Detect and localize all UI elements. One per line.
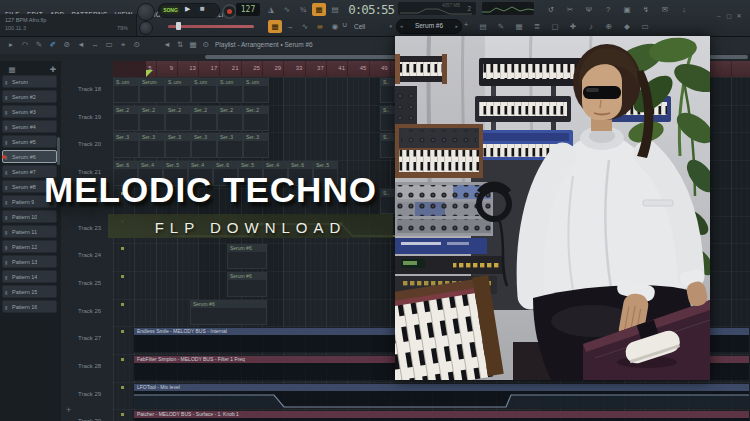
minimize-icon[interactable]: – <box>714 13 724 19</box>
track-name[interactable]: Track 29 <box>78 391 101 397</box>
pattern-clip[interactable]: Ser..2 <box>191 106 217 131</box>
download-icon[interactable]: ↓ <box>677 3 691 16</box>
stop-button[interactable]: ■ <box>200 4 205 13</box>
magnet-tool-icon[interactable]: ◠ <box>18 38 32 51</box>
trash-icon[interactable]: ▭ <box>638 20 652 33</box>
touch-keyboard-icon[interactable]: ♪ <box>584 20 598 33</box>
close-icon[interactable]: ✕ <box>734 12 744 19</box>
pattern-clip[interactable]: S..um <box>217 78 243 103</box>
record-button[interactable] <box>222 4 237 19</box>
pattern-clip[interactable]: S..um <box>243 78 269 103</box>
picker-item-1[interactable]: ▮Serum <box>2 75 57 88</box>
save-icon[interactable]: ▣ <box>620 3 634 16</box>
pattern-clip[interactable]: S..um <box>165 78 191 103</box>
pattern-clip[interactable]: Ser..2 <box>113 106 139 131</box>
piano-roll-icon[interactable]: ✎ <box>494 20 508 33</box>
help-icon[interactable]: ? <box>601 3 615 16</box>
track-name[interactable]: Track 24 <box>78 252 101 258</box>
master-volume-knob[interactable] <box>137 3 155 21</box>
picker-item-15[interactable]: ▮Pattern 15 <box>2 285 57 298</box>
time-display[interactable]: 0:05:55 <box>336 2 394 17</box>
pattern-clip[interactable]: Ser..3 <box>243 133 269 158</box>
mute-tool-icon[interactable]: ◄ <box>74 38 88 51</box>
pattern-clip[interactable]: Ser..2 <box>243 106 269 131</box>
snap-selector[interactable]: ∪ Cell ▾ <box>342 20 394 33</box>
pattern-clip[interactable]: Ser..3 <box>165 133 191 158</box>
pattern-clip[interactable]: Serum <box>139 78 165 103</box>
add-track-button[interactable]: + <box>66 405 71 415</box>
typing-keyboard-icon[interactable]: ▦ <box>268 20 282 33</box>
zoom-icon[interactable]: ⊙ <box>199 38 213 51</box>
track-name[interactable]: Track 27 <box>78 335 101 341</box>
feedback-icon[interactable]: ✉ <box>658 3 672 16</box>
step-arrow-icon[interactable]: → <box>283 20 297 33</box>
pattern-clip[interactable]: Ser..3 <box>217 133 243 158</box>
tempo-tap-icon[interactable]: ⊕ <box>602 20 616 33</box>
notification-bell-icon[interactable]: ◉ <box>328 20 342 33</box>
picker-item-3[interactable]: ▮Serum #3 <box>2 105 57 118</box>
pencil-tool-icon[interactable]: ✎ <box>32 38 46 51</box>
pattern-clip[interactable]: Ser..3 <box>191 133 217 158</box>
slice-tool-icon[interactable]: ⌖ <box>116 38 130 51</box>
picker-scrollbar[interactable] <box>57 137 60 165</box>
maximize-icon[interactable]: ▢ <box>724 12 734 19</box>
pattern-clip[interactable]: S.. <box>380 133 395 158</box>
track-name[interactable]: Track 26 <box>78 308 101 314</box>
master-pitch-knob[interactable] <box>139 21 153 35</box>
wait-input-icon[interactable]: ∿ <box>280 3 294 16</box>
picker-item-4[interactable]: ▮Serum #4 <box>2 120 57 133</box>
picker-item-12[interactable]: ▮Pattern 12 <box>2 240 57 253</box>
track-name[interactable]: Track 23 <box>78 225 101 231</box>
undo-icon[interactable]: ↺ <box>544 3 558 16</box>
mixer-icon[interactable]: ≣ <box>530 20 544 33</box>
tempo-display[interactable]: 127 <box>236 3 260 16</box>
picker-item-5[interactable]: ▮Serum #5 <box>2 135 57 148</box>
updown-icon[interactable]: ⇅ <box>173 38 187 51</box>
pattern-clip[interactable]: Ser..3 <box>113 133 139 158</box>
grid-snap-icon[interactable]: ▦ <box>186 38 200 51</box>
typing-to-piano-icon[interactable]: ▦ <box>312 3 326 16</box>
automation-clip[interactable]: LFOTool - Mix level <box>133 383 750 409</box>
pattern-clip[interactable]: S..um <box>191 78 217 103</box>
track-name[interactable]: Track 28 <box>78 363 101 369</box>
picker-item-10[interactable]: ▮Pattern 10 <box>2 210 57 223</box>
delete-tool-icon[interactable]: ⊘ <box>60 38 74 51</box>
sync-icon[interactable]: ↯ <box>639 3 653 16</box>
picker-item-11[interactable]: ▮Pattern 11 <box>2 225 57 238</box>
next-pattern-icon[interactable]: ▸ <box>455 23 458 29</box>
playhead-marker[interactable] <box>146 70 153 77</box>
plugin-picker-icon[interactable]: ✚ <box>566 20 580 33</box>
paint-tool-icon[interactable]: ✐ <box>46 38 60 51</box>
pattern-clip[interactable]: S.. <box>380 78 395 103</box>
pattern-clip[interactable]: Ser..2 <box>139 106 165 131</box>
track-name[interactable]: Track 20 <box>78 141 101 147</box>
pattern-clip[interactable]: Serum #6 <box>227 244 267 269</box>
pattern-clip[interactable]: Serum #6 <box>227 272 267 297</box>
draw-tool-icon[interactable]: ▸ <box>4 38 18 51</box>
pattern-clip[interactable]: Ser..2 <box>165 106 191 131</box>
tools-icon[interactable]: ◆ <box>620 20 634 33</box>
pattern-clip[interactable]: Ser..2 <box>217 106 243 131</box>
metronome-icon[interactable]: ◮ <box>264 3 278 16</box>
smoothing-icon[interactable]: ∿ <box>298 20 312 33</box>
track-name[interactable]: Track 18 <box>78 86 101 92</box>
slider-handle[interactable] <box>176 22 181 30</box>
play-button[interactable]: ▶ <box>185 5 190 13</box>
track-name[interactable]: Track 25 <box>78 280 101 286</box>
playlist-panel-icon[interactable]: ▤ <box>476 20 490 33</box>
channel-rack-icon[interactable]: ▦ <box>512 20 526 33</box>
pattern-clip[interactable]: Ser..3 <box>139 133 165 158</box>
picker-item-2[interactable]: ▮Serum #2 <box>2 90 57 103</box>
pattern-clip[interactable]: S.. <box>380 189 395 214</box>
picker-item-16[interactable]: ▮Pattern 16 <box>2 300 57 313</box>
zoom-tool-icon[interactable]: ⊙ <box>130 38 144 51</box>
pattern-clip[interactable]: Serum #6 <box>190 300 267 325</box>
pattern-selector[interactable]: ◂ Serum #6 ▸ <box>396 19 462 34</box>
shuffle-slider[interactable] <box>168 25 254 28</box>
browser-icon[interactable]: ▢ <box>548 20 562 33</box>
add-pattern-icon[interactable]: + <box>464 21 468 28</box>
speaker-icon[interactable]: ◄ <box>160 38 174 51</box>
track-name[interactable]: Track 19 <box>78 114 101 120</box>
midi-link-icon[interactable]: ∞ <box>313 20 327 33</box>
song-mode-toggle[interactable]: SONG <box>161 6 180 14</box>
